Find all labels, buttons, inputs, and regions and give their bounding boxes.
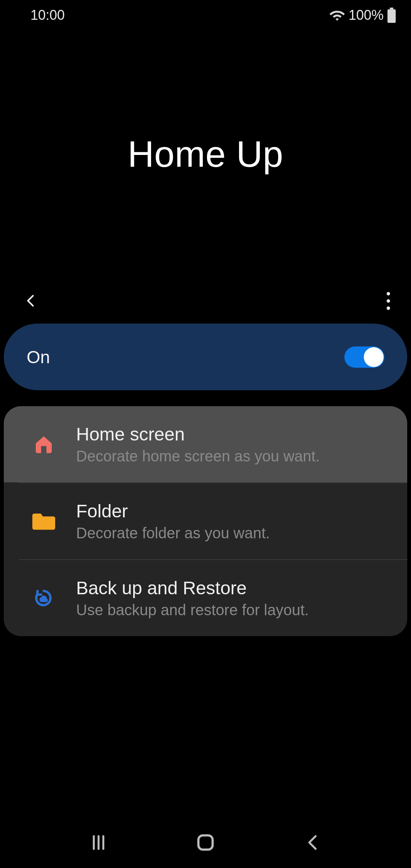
item-desc: Use backup and restore for layout. bbox=[76, 602, 309, 619]
header-bar bbox=[0, 278, 411, 324]
svg-rect-0 bbox=[390, 8, 393, 10]
item-text: Folder Decorate folder as you want. bbox=[76, 501, 270, 542]
wifi-icon bbox=[330, 9, 345, 22]
more-dot bbox=[387, 299, 390, 303]
nav-back-button[interactable] bbox=[303, 833, 322, 852]
toggle-switch[interactable] bbox=[344, 346, 384, 368]
recents-button[interactable] bbox=[89, 833, 108, 852]
item-title: Back up and Restore bbox=[76, 578, 309, 598]
options-card: Home screen Decorate home screen as you … bbox=[4, 406, 407, 636]
page-title: Home Up bbox=[128, 133, 284, 175]
item-title: Folder bbox=[76, 501, 270, 522]
list-item-home-screen[interactable]: Home screen Decorate home screen as you … bbox=[4, 406, 407, 482]
back-button[interactable] bbox=[23, 293, 38, 308]
list-item-folder[interactable]: Folder Decorate folder as you want. bbox=[4, 483, 407, 559]
master-toggle-row[interactable]: On bbox=[4, 324, 407, 390]
home-button[interactable] bbox=[195, 832, 216, 853]
home-icon bbox=[30, 431, 57, 458]
item-text: Home screen Decorate home screen as you … bbox=[76, 424, 320, 465]
status-battery-text: 100% bbox=[349, 7, 384, 23]
master-toggle-label: On bbox=[27, 347, 50, 367]
content: On Home screen Decorate home screen as y… bbox=[0, 324, 411, 636]
more-dot bbox=[387, 306, 390, 310]
item-desc: Decorate home screen as you want. bbox=[76, 448, 320, 465]
more-dot bbox=[387, 292, 390, 295]
more-options-button[interactable] bbox=[381, 289, 396, 312]
navigation-bar bbox=[0, 817, 411, 868]
svg-rect-5 bbox=[198, 835, 212, 849]
list-item-backup-restore[interactable]: Back up and Restore Use backup and resto… bbox=[4, 560, 407, 636]
backup-icon bbox=[30, 585, 57, 611]
status-bar: 10:00 100% bbox=[0, 0, 411, 30]
title-area: Home Up bbox=[0, 30, 411, 278]
svg-rect-1 bbox=[387, 10, 396, 23]
item-text: Back up and Restore Use backup and resto… bbox=[76, 578, 309, 619]
item-desc: Decorate folder as you want. bbox=[76, 525, 270, 542]
battery-icon bbox=[387, 8, 396, 23]
folder-icon bbox=[30, 508, 57, 535]
chevron-left-icon bbox=[23, 293, 38, 308]
status-right: 100% bbox=[330, 7, 396, 23]
toggle-knob bbox=[364, 347, 384, 367]
status-time: 10:00 bbox=[30, 7, 65, 23]
item-title: Home screen bbox=[76, 424, 320, 445]
